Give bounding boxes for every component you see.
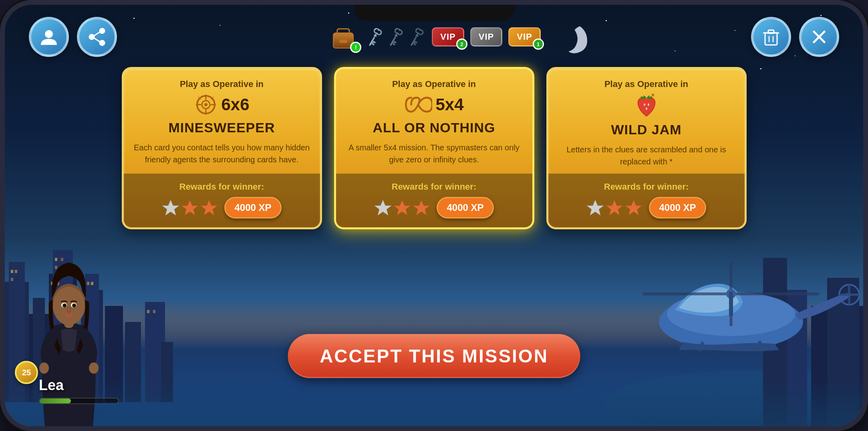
svg-marker-71	[413, 200, 430, 215]
svg-point-43	[89, 34, 94, 39]
delete-button[interactable]	[751, 17, 791, 57]
svg-point-73	[648, 103, 649, 106]
all-or-nothing-play-as: Play as Operative in	[346, 79, 522, 89]
svg-point-42	[100, 40, 105, 45]
vip-gray-label: VIP	[479, 32, 494, 42]
svg-marker-77	[606, 200, 623, 215]
svg-rect-22	[147, 310, 149, 313]
svg-point-88	[39, 362, 49, 374]
key-gold-icon: 🗝️	[363, 25, 387, 48]
all-or-nothing-card-top: Play as Operative in 5x4 ALL OR NOTHING …	[336, 69, 532, 174]
minesweeper-stars	[162, 199, 218, 217]
all-or-nothing-desc: A smaller 5x4 mission. The spymasters ca…	[346, 142, 522, 166]
wild-jam-desc: Letters in the clues are scrambled and o…	[558, 144, 735, 168]
svg-marker-78	[625, 200, 642, 215]
minesweeper-rewards: Rewards for winner: 4000 XP	[124, 174, 320, 227]
vip-badge-gray[interactable]: VIP	[470, 27, 502, 47]
minesweeper-desc: Each card you contact tells you how many…	[134, 142, 310, 166]
minesweeper-xp-badge: 4000 XP	[224, 197, 281, 219]
top-center-icons: ! 🗝️ 🗝️ 🗝️ VIP 2 VIP	[327, 23, 540, 51]
reward-star-4	[374, 199, 392, 217]
wild-jam-xp-badge: 4000 XP	[649, 197, 706, 219]
share-button[interactable]	[77, 17, 117, 57]
svg-text:*: *	[651, 93, 655, 101]
all-or-nothing-card[interactable]: Play as Operative in 5x4 ALL OR NOTHING …	[334, 67, 534, 229]
minesweeper-card-top: Play as Operative in 6x6	[124, 69, 320, 174]
svg-marker-66	[162, 200, 179, 215]
svg-line-44	[94, 32, 100, 36]
svg-rect-23	[153, 310, 155, 313]
all-or-nothing-icon-row: 5x4	[346, 93, 522, 117]
top-right-buttons	[751, 17, 839, 57]
minesweeper-size: 6x6	[221, 95, 249, 114]
vip-badge-red[interactable]: VIP 2	[432, 27, 464, 47]
reward-star-1	[162, 199, 180, 217]
wild-jam-card-top: Play as Operative in	[548, 69, 745, 174]
reward-star-7	[586, 199, 604, 217]
minesweeper-play-as: Play as Operative in	[134, 79, 310, 89]
svg-point-86	[64, 304, 66, 306]
water	[5, 378, 863, 426]
minesweeper-rewards-items: 4000 XP	[132, 197, 312, 219]
wild-jam-rewards-items: 4000 XP	[556, 197, 737, 219]
reward-star-9	[625, 199, 643, 217]
svg-point-40	[45, 30, 53, 38]
notch	[354, 5, 514, 21]
vip-badge-orange[interactable]: VIP 1	[508, 27, 540, 47]
svg-rect-39	[729, 292, 733, 316]
minesweeper-card[interactable]: Play as Operative in 6x6	[122, 67, 322, 229]
minesweeper-rewards-label: Rewards for winner:	[132, 182, 312, 192]
wild-jam-card[interactable]: Play as Operative in	[546, 67, 747, 229]
wild-jam-play-as: Play as Operative in	[558, 79, 735, 89]
svg-rect-50	[765, 33, 777, 45]
all-or-nothing-rewards-items: 4000 XP	[344, 197, 524, 219]
wild-jam-name: WILD JAM	[558, 122, 735, 138]
vip-red-label: VIP	[440, 32, 455, 42]
svg-marker-70	[394, 200, 411, 215]
svg-point-72	[644, 103, 645, 106]
strawberry-icon: *	[634, 93, 659, 119]
reward-star-5	[393, 199, 411, 217]
keys-area: 🗝️ 🗝️ 🗝️	[365, 28, 426, 46]
accept-mission-button[interactable]: ACCEPT THIS MISSION	[288, 334, 580, 378]
svg-rect-52	[768, 30, 774, 33]
phone-frame: ! 🗝️ 🗝️ 🗝️ VIP 2 VIP	[0, 0, 868, 431]
svg-point-89	[89, 362, 99, 374]
key-dark1-icon: 🗝️	[384, 25, 407, 48]
svg-point-41	[100, 28, 105, 33]
wild-jam-stars	[586, 199, 643, 217]
all-or-nothing-stars	[374, 199, 431, 217]
svg-point-59	[204, 103, 207, 106]
infinity-icon	[404, 93, 432, 117]
all-or-nothing-size: 5x4	[435, 95, 463, 114]
top-left-buttons	[29, 17, 117, 57]
all-or-nothing-rewards-label: Rewards for winner:	[344, 182, 524, 192]
reward-star-3	[200, 199, 218, 217]
vip-orange-count: 1	[533, 38, 544, 50]
minesweeper-name: MINESWEEPER	[134, 120, 310, 136]
svg-marker-68	[201, 200, 218, 215]
svg-marker-76	[587, 200, 604, 215]
close-button[interactable]	[799, 17, 839, 57]
vip-red-count: 2	[456, 38, 467, 50]
key-dark2-icon: 🗝️	[405, 25, 428, 48]
mission-cards-area: Play as Operative in 6x6	[5, 67, 863, 229]
xp-fill	[40, 399, 71, 403]
wild-jam-icon-row: *	[558, 93, 735, 119]
svg-marker-69	[375, 200, 391, 215]
all-or-nothing-xp-badge: 4000 XP	[437, 197, 493, 219]
svg-marker-67	[181, 200, 198, 215]
vip-orange-label: VIP	[517, 32, 532, 42]
crosshair-icon	[194, 93, 218, 117]
briefcase-notification: !	[350, 42, 361, 53]
svg-point-74	[646, 107, 647, 110]
character-name: Lea	[39, 377, 119, 394]
svg-rect-49	[339, 40, 347, 43]
character-name-area: Lea	[39, 377, 119, 404]
profile-button[interactable]	[29, 17, 69, 57]
briefcase-icon[interactable]: !	[327, 23, 359, 51]
reward-star-6	[413, 199, 431, 217]
all-or-nothing-rewards: Rewards for winner: 4000 XP	[336, 174, 532, 227]
svg-point-87	[74, 304, 75, 306]
reward-star-8	[606, 199, 624, 217]
